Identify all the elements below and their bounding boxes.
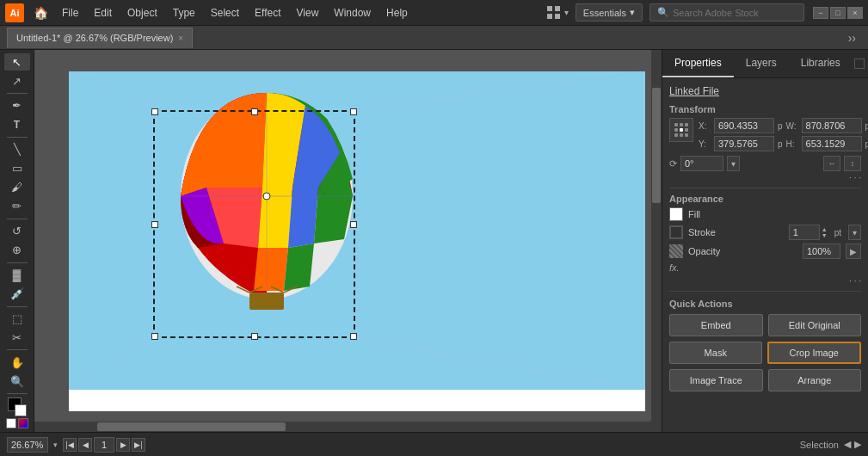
arrange-button[interactable]: Arrange (768, 369, 862, 391)
y-input[interactable] (714, 136, 774, 151)
status-nav-arrows: ◀ ▶ (844, 439, 861, 450)
fill-stroke-control[interactable] (8, 397, 27, 416)
tool-hand[interactable]: ✋ (4, 354, 30, 371)
document-tab[interactable]: Untitled-1* @ 26.67% (RGB/Preview) × (7, 28, 193, 48)
appearance-more-options[interactable]: · · · (669, 276, 861, 286)
stroke-swatch[interactable] (669, 225, 683, 239)
scrollbar-thumb-h[interactable] (97, 422, 286, 431)
search-input[interactable] (673, 8, 797, 18)
h-input[interactable] (802, 136, 862, 151)
status-right-arrow[interactable]: ▶ (854, 439, 861, 450)
image-canvas[interactable] (69, 71, 645, 390)
nav-first-button[interactable]: |◀ (63, 438, 77, 452)
tool-rotate[interactable]: ↺ (4, 223, 30, 240)
linked-file-title[interactable]: Linked File (669, 85, 861, 97)
menu-help[interactable]: Help (379, 3, 415, 22)
maximize-button[interactable]: □ (830, 7, 846, 19)
tool-pencil[interactable]: ✏ (4, 198, 30, 215)
opacity-arrow[interactable]: ▶ (846, 243, 861, 259)
stroke-dropdown[interactable]: ▾ (848, 225, 861, 240)
nav-last-button[interactable]: ▶| (132, 438, 145, 452)
handle-bm[interactable] (251, 333, 258, 340)
fill-swatch[interactable] (669, 207, 683, 221)
transform-more-options[interactable]: · · · (669, 173, 861, 182)
balloon-svg (155, 76, 379, 325)
menu-type[interactable]: Type (166, 3, 202, 22)
status-left-arrow[interactable]: ◀ (844, 439, 851, 450)
handle-bl[interactable] (151, 333, 158, 340)
workspace-grid-icon (547, 6, 561, 20)
workspace-selector[interactable]: Essentials ▾ (576, 3, 643, 22)
none-icon[interactable] (6, 418, 16, 428)
edit-original-button[interactable]: Edit Original (768, 314, 862, 336)
gradient-swatch[interactable] (18, 418, 28, 428)
flip-h-button[interactable]: ↔ (823, 156, 840, 171)
mask-button[interactable]: Mask (669, 342, 762, 364)
menu-file[interactable]: File (55, 3, 85, 22)
zoom-chevron[interactable]: ▾ (53, 441, 58, 449)
fx-label[interactable]: fx. (669, 262, 861, 273)
opacity-row: Opacity ▶ (669, 243, 861, 259)
embed-button[interactable]: Embed (669, 314, 763, 336)
rotation-input[interactable] (680, 156, 723, 171)
tool-rectangle[interactable]: ▭ (4, 160, 30, 177)
rotation-dropdown[interactable]: ▾ (727, 156, 740, 171)
action-row-1: Embed Edit Original (669, 314, 861, 336)
search-bar[interactable]: 🔍 (649, 3, 804, 22)
tool-direct-selection[interactable]: ↗ (4, 72, 30, 89)
crop-image-button[interactable]: Crop Image (767, 342, 862, 364)
tool-artboard[interactable]: ⬚ (4, 310, 30, 327)
tab-libraries[interactable]: Libraries (789, 50, 853, 77)
menu-object[interactable]: Object (120, 3, 164, 22)
minimize-button[interactable]: − (813, 7, 828, 19)
tool-eyedropper[interactable]: 💉 (4, 285, 30, 302)
menu-effect[interactable]: Effect (248, 3, 287, 22)
tab-title: Untitled-1* @ 26.67% (RGB/Preview) (16, 33, 173, 43)
tool-gradient[interactable]: ▓ (4, 266, 30, 283)
flip-v-button[interactable]: ↕ (844, 156, 861, 171)
stroke-width-input[interactable] (789, 225, 820, 240)
x-input[interactable] (714, 118, 774, 133)
w-input[interactable] (802, 118, 862, 133)
fill-label: Fill (688, 209, 861, 219)
transform-reference-icon[interactable] (669, 118, 693, 142)
tab-close[interactable]: × (178, 34, 183, 43)
opacity-input[interactable] (803, 243, 840, 259)
close-button[interactable]: × (847, 7, 863, 19)
stroke-down-arrow[interactable]: ▼ (822, 232, 828, 238)
svg-rect-21 (680, 133, 683, 137)
rotation-controls: ⟳ ▾ ↔ ↕ (669, 156, 861, 171)
tool-zoom[interactable]: 🔍 (4, 373, 30, 390)
menu-select[interactable]: Select (204, 3, 246, 22)
handle-br[interactable] (350, 333, 357, 340)
menu-window[interactable]: Window (327, 3, 378, 22)
panel-scroll-up[interactable] (854, 59, 865, 69)
canvas-scrollbar-h[interactable] (34, 422, 662, 432)
scrollbar-thumb-v[interactable] (652, 88, 661, 202)
tab-layers[interactable]: Layers (734, 50, 789, 77)
x-unit: p (778, 121, 783, 131)
tool-line[interactable]: ╲ (4, 141, 30, 158)
nav-prev-button[interactable]: ◀ (78, 438, 92, 452)
menu-edit[interactable]: Edit (87, 3, 119, 22)
tool-pen[interactable]: ✒ (4, 97, 30, 114)
nav-next-button[interactable]: ▶ (116, 438, 130, 452)
tool-slice[interactable]: ✂ (4, 329, 30, 346)
image-trace-button[interactable]: Image Trace (669, 369, 763, 391)
canvas-scrollbar-v[interactable] (651, 50, 662, 432)
tool-separator-3 (7, 219, 28, 219)
tab-properties[interactable]: Properties (662, 50, 734, 77)
tool-paintbrush[interactable]: 🖌 (4, 179, 30, 196)
home-icon[interactable]: 🏠 (31, 3, 50, 22)
zoom-input[interactable] (7, 437, 48, 453)
stroke-row: Stroke ▲ ▼ pt ▾ (669, 225, 861, 240)
panel-toggle[interactable]: ›› (843, 31, 861, 45)
page-input[interactable] (94, 437, 114, 453)
tool-scale[interactable]: ⊕ (4, 242, 30, 259)
svg-rect-14 (674, 123, 678, 126)
menu-view[interactable]: View (290, 3, 326, 22)
tool-type[interactable]: T (4, 116, 30, 133)
toolbar: ↖ ↗ ✒ T ╲ ▭ 🖌 ✏ ↺ ⊕ ▓ 💉 ⬚ ✂ ✋ 🔍 (0, 50, 34, 432)
stroke-up-arrow[interactable]: ▲ (822, 226, 828, 232)
tool-selection[interactable]: ↖ (4, 53, 30, 71)
